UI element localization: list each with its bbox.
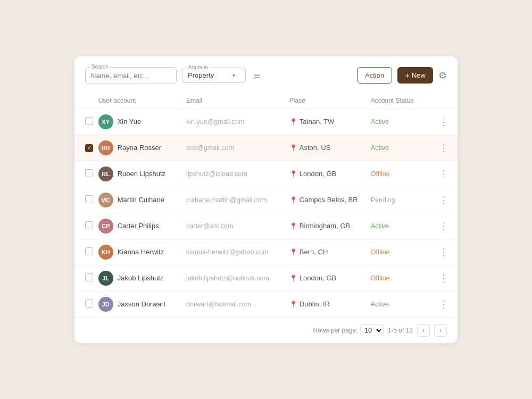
row-place-cell: 📍 London, GB — [289, 161, 371, 187]
user-name: Martin Culhane — [118, 196, 164, 204]
next-page-button[interactable]: › — [434, 324, 447, 337]
user-email: carter@aol.com — [186, 222, 233, 230]
row-checkbox-cell — [74, 109, 94, 135]
row-checkbox[interactable] — [85, 247, 93, 255]
row-checkbox[interactable] — [85, 195, 93, 203]
status-badge: Pending — [371, 196, 395, 204]
prev-page-button[interactable]: ‹ — [417, 324, 430, 337]
row-more-button[interactable]: ⋮ — [436, 300, 452, 309]
attribute-select[interactable]: Property Email Status Place — [188, 71, 230, 79]
location-pin-icon: 📍 — [289, 170, 297, 178]
row-email-cell: test@gmail.com — [186, 135, 289, 161]
user-email: dorwart@hotmail.com — [186, 301, 251, 308]
row-more-button[interactable]: ⋮ — [436, 247, 452, 257]
row-email-cell: culhane.martin@gmail.com — [186, 187, 289, 213]
avatar: RL — [98, 167, 113, 181]
row-user-cell: XY Xin Yue — [94, 109, 186, 135]
table-row: RL Ruben Lipshutz lipshutz@icloud.com 📍 … — [74, 161, 458, 187]
th-account-status: Account Status — [371, 93, 436, 109]
user-email: jakob.lipshutz@outlook.com — [186, 275, 269, 282]
user-name: Rayna Rosser — [118, 144, 161, 152]
row-status-cell: Active — [371, 213, 436, 239]
row-status-cell: Offline — [371, 265, 436, 291]
user-place: Bern, CH — [300, 248, 328, 256]
row-checkbox[interactable] — [85, 117, 93, 125]
new-button[interactable]: + New — [397, 67, 433, 84]
table-row: KH Kianna Herwitz kianna-herwitz@yahoo.c… — [74, 239, 458, 265]
location-pin-icon: 📍 — [289, 144, 297, 152]
row-user-cell: MC Martin Culhane — [94, 187, 186, 213]
user-name: Ruben Lipshutz — [118, 170, 165, 178]
user-name: Carter Philips — [118, 222, 159, 230]
filter-icon[interactable]: ⚌ — [253, 70, 261, 80]
row-user-cell: JL Jakob Lipshutz — [94, 265, 186, 291]
th-actions — [436, 93, 458, 109]
row-email-cell: carter@aol.com — [186, 213, 289, 239]
location-pin-icon: 📍 — [289, 118, 297, 126]
table-row: XY Xin Yue xin.yue@gmail.com 📍 Tainan, T… — [74, 109, 458, 135]
row-checkbox[interactable] — [85, 144, 93, 152]
row-checkbox-cell — [74, 135, 94, 161]
status-badge: Active — [371, 301, 389, 308]
row-email-cell: dorwart@hotmail.com — [186, 291, 289, 317]
user-place: London, GB — [300, 274, 336, 282]
table-header-row: User account Email Place Account Status — [74, 93, 458, 109]
table-row: RR Rayna Rosser test@gmail.com 📍 Aston, … — [74, 135, 458, 161]
user-name: Jaxson Dorwart — [118, 300, 165, 308]
avatar: XY — [98, 114, 113, 129]
status-badge: Active — [371, 118, 389, 126]
user-email: lipshutz@icloud.com — [186, 170, 247, 178]
row-more-button[interactable]: ⋮ — [436, 273, 452, 283]
row-user-cell: JD Jaxson Dorwart — [94, 291, 186, 317]
user-email: culhane.martin@gmail.com — [186, 196, 267, 204]
table-row: JL Jakob Lipshutz jakob.lipshutz@outlook… — [74, 265, 458, 291]
row-checkbox[interactable] — [85, 221, 93, 229]
user-place: Birmingham, GB — [300, 222, 350, 230]
location-pin-icon: 📍 — [289, 248, 297, 256]
rows-per-page-select[interactable]: 5 10 20 50 — [360, 325, 384, 336]
user-name: Jakob Lipshutz — [118, 274, 164, 282]
user-place: Tainan, TW — [300, 118, 335, 126]
row-more-button[interactable]: ⋮ — [436, 117, 452, 127]
row-more-button[interactable]: ⋮ — [436, 221, 452, 231]
user-place: Dublin, IR — [300, 300, 330, 308]
row-status-cell: Active — [371, 109, 436, 135]
row-checkbox[interactable] — [85, 273, 93, 281]
table-row: MC Martin Culhane culhane.martin@gmail.c… — [74, 187, 458, 213]
row-more-button[interactable]: ⋮ — [436, 195, 452, 205]
row-status-cell: Offline — [371, 161, 436, 187]
location-pin-icon: 📍 — [289, 222, 297, 230]
row-action-cell: ⋮ — [436, 109, 458, 135]
new-button-label: New — [412, 71, 426, 79]
row-checkbox[interactable] — [85, 169, 93, 177]
th-email: Email — [186, 93, 289, 109]
search-input[interactable] — [91, 72, 171, 80]
row-action-cell: ⋮ — [436, 135, 458, 161]
row-user-cell: CP Carter Philips — [94, 213, 186, 239]
row-more-button[interactable]: ⋮ — [436, 143, 452, 153]
row-status-cell: Active — [371, 135, 436, 161]
row-status-cell: Active — [371, 291, 436, 317]
users-table: User account Email Place Account Status … — [74, 93, 458, 317]
rows-per-page-wrapper: Rows per page: 5 10 20 50 — [313, 325, 384, 336]
th-user-account: User account — [94, 93, 186, 109]
row-more-button[interactable]: ⋮ — [436, 169, 452, 179]
row-place-cell: 📍 Bern, CH — [289, 239, 371, 265]
action-button[interactable]: Action — [357, 67, 392, 84]
user-place: Campos Belos, BR — [300, 196, 358, 204]
settings-button[interactable]: ⚙ — [438, 70, 447, 81]
row-checkbox[interactable] — [85, 300, 93, 307]
search-label: Search — [90, 64, 110, 70]
location-pin-icon: 📍 — [289, 196, 297, 204]
attribute-wrapper: Attribute Property Email Status Place ▾ — [182, 68, 246, 83]
toolbar: Search Attribute Property Email Status P… — [74, 67, 458, 93]
status-badge: Offline — [371, 248, 390, 256]
row-email-cell: xin.yue@gmail.com — [186, 109, 289, 135]
status-badge: Active — [371, 144, 389, 152]
row-action-cell: ⋮ — [436, 239, 458, 265]
status-badge: Offline — [371, 170, 390, 178]
status-badge: Active — [371, 222, 389, 230]
th-checkbox — [74, 93, 94, 109]
attribute-label: Attribute — [187, 64, 210, 70]
location-pin-icon: 📍 — [289, 301, 297, 308]
